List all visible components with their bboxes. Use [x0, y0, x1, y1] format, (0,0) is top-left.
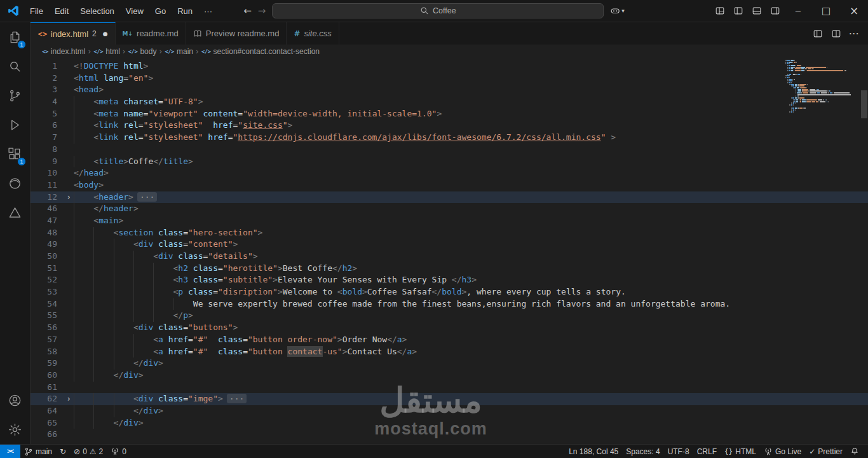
eol-indicator[interactable]: CRLF — [693, 445, 721, 458]
breadcrumb-item[interactable]: <>index.html — [42, 47, 86, 56]
code-line-49[interactable]: 49<div class="content"> — [31, 239, 868, 251]
breadcrumb-item[interactable]: </>body — [128, 47, 157, 56]
menu-edit[interactable]: Edit — [49, 0, 74, 22]
menu-view[interactable]: View — [120, 0, 149, 22]
toggle-panel-button[interactable] — [747, 0, 766, 22]
breadcrumb-label: body — [140, 47, 156, 56]
code-line-66[interactable]: 66 — [31, 429, 868, 441]
activity-run-debug[interactable] — [0, 110, 30, 139]
toggle-secondary-sidebar-button[interactable] — [766, 0, 784, 22]
close-button[interactable]: × — [840, 0, 868, 22]
customize-layout-button[interactable] — [710, 0, 729, 22]
minimize-button[interactable]: ─ — [784, 0, 812, 22]
cursor-position[interactable]: Ln 188, Col 45 — [565, 445, 622, 458]
status-left: >< main ↻ ⊘ 0 ⚠ 2 — [0, 445, 130, 458]
more-actions-button[interactable]: ··· — [846, 29, 863, 38]
fold-column — [64, 215, 74, 227]
code-line-61[interactable]: 61 — [31, 382, 868, 394]
branch-indicator[interactable]: main — [20, 445, 56, 458]
ports-indicator[interactable]: 0 — [107, 445, 130, 458]
code-line-47[interactable]: 47<main> — [31, 215, 868, 227]
back-button[interactable]: ← — [243, 5, 252, 17]
code-line-1[interactable]: 1<!DOCTYPE html> — [31, 60, 868, 73]
code-line-9[interactable]: 9<title>Coffe</title> — [31, 156, 868, 168]
tab-readme-md[interactable]: M↓ readme.md — [116, 22, 186, 45]
indent-guides — [74, 120, 93, 132]
code-line-8[interactable]: 8 — [31, 144, 868, 156]
code-line-51[interactable]: 51<h2 class="herotitle">Best Coffe</h2> — [31, 263, 868, 275]
encoding-indicator[interactable]: UTF-8 — [664, 445, 693, 458]
sync-button[interactable]: ↻ — [56, 445, 70, 458]
code-line-11[interactable]: 11<body> — [31, 179, 868, 191]
code-line-7[interactable]: 7<link rel="stylesheet" href="https://cd… — [31, 132, 868, 144]
menu-file[interactable]: File — [24, 0, 49, 22]
code-line-12[interactable]: 12›<header>··· — [31, 191, 868, 204]
code-line-5[interactable]: 5<meta name="viewport" content="width=de… — [31, 108, 868, 120]
copilot-button[interactable]: ▾ — [610, 6, 625, 16]
tab-index-html[interactable]: <> index.html 2 ● — [31, 22, 116, 45]
forward-button[interactable]: → — [258, 5, 266, 17]
breadcrumb-item[interactable]: </>section#contact.contact-section — [201, 47, 320, 56]
remote-indicator[interactable]: >< — [0, 445, 20, 458]
code-text: <body> — [74, 179, 868, 191]
scrollbar-thumb[interactable] — [861, 90, 867, 118]
code-line-2[interactable]: 2<html lang="en"> — [31, 73, 868, 85]
code-line-10[interactable]: 10</head> — [31, 167, 868, 179]
activity-extension-a[interactable] — [0, 169, 30, 198]
indentation-indicator[interactable]: Spaces: 4 — [622, 445, 663, 458]
code-area[interactable]: 1<!DOCTYPE html>2<html lang="en">3<head>… — [31, 59, 868, 444]
code-line-52[interactable]: 52<h3 class="subtitle">Elevate Your Sens… — [31, 274, 868, 286]
code-line-4[interactable]: 4<meta charset="UTF-8"> — [31, 96, 868, 108]
code-line-53[interactable]: 53<p class="disription">Welcome to <bold… — [31, 286, 868, 298]
accounts-button[interactable] — [0, 385, 30, 415]
language-mode[interactable]: {} HTML — [721, 445, 760, 458]
editor[interactable]: 1<!DOCTYPE html>2<html lang="en">3<head>… — [31, 59, 868, 444]
status-right: Ln 188, Col 45 Spaces: 4 UTF-8 CRLF {} H… — [565, 445, 868, 458]
source-control-icon — [8, 88, 22, 103]
code-line-64[interactable]: 64</div> — [31, 405, 868, 417]
code-line-62[interactable]: 62›<div class="imge">··· — [31, 393, 868, 405]
split-editor-button[interactable] — [827, 29, 844, 39]
code-line-60[interactable]: 60</div> — [31, 370, 868, 382]
code-line-65[interactable]: 65</div> — [31, 417, 868, 429]
tab-preview-readme[interactable]: Preview readme.md — [186, 22, 287, 45]
activity-search[interactable] — [0, 52, 30, 81]
fold-chevron-icon[interactable]: › — [64, 393, 74, 405]
code-line-3[interactable]: 3<head> — [31, 84, 868, 96]
command-center-search[interactable]: Coffee — [272, 3, 604, 18]
problems-indicator[interactable]: ⊘ 0 ⚠ 2 — [70, 445, 107, 458]
breadcrumb-item[interactable]: </>html — [93, 47, 119, 56]
dirty-indicator[interactable]: ● — [103, 31, 108, 37]
menu-go[interactable]: Go — [149, 0, 172, 22]
prettier-indicator[interactable]: ✓ Prettier — [805, 445, 846, 458]
code-line-46[interactable]: 46</header> — [31, 203, 868, 215]
activity-extension-b[interactable] — [0, 198, 30, 227]
code-line-50[interactable]: 50<div class="details"> — [31, 251, 868, 263]
notifications-button[interactable] — [846, 445, 863, 458]
fold-chevron-icon[interactable]: › — [64, 191, 74, 204]
go-live-button[interactable]: Go Live — [760, 445, 805, 458]
activity-source-control[interactable] — [0, 81, 30, 110]
line-number: 49 — [31, 239, 64, 251]
code-line-6[interactable]: 6<link rel="stylesheet" href="site.css"> — [31, 120, 868, 132]
breadcrumb-item[interactable]: </>main — [165, 47, 193, 56]
code-line-56[interactable]: 56<div class="buttons"> — [31, 322, 868, 334]
code-line-55[interactable]: 55</p> — [31, 310, 868, 322]
menu-run[interactable]: Run — [172, 0, 198, 22]
settings-button[interactable] — [0, 415, 30, 444]
code-line-54[interactable]: 54We serve expertly brewed coffee made f… — [31, 298, 868, 310]
code-line-59[interactable]: 59</div> — [31, 357, 868, 370]
open-changes-button[interactable] — [809, 29, 826, 39]
menu-selection[interactable]: Selection — [74, 0, 119, 22]
code-line-57[interactable]: 57<a href="#" class="button order-now">O… — [31, 334, 868, 346]
tab-site-css[interactable]: # site.css — [287, 22, 339, 45]
activity-extensions[interactable]: 1 — [0, 139, 30, 169]
activity-explorer[interactable]: 1 — [0, 22, 30, 52]
menu-more[interactable]: ··· — [198, 0, 218, 22]
minimap[interactable] — [785, 60, 859, 114]
toggle-sidebar-button[interactable] — [729, 0, 747, 22]
code-line-48[interactable]: 48<section class="hero-section"> — [31, 227, 868, 239]
tab-label: index.html — [51, 29, 88, 39]
maximize-button[interactable]: □ — [812, 0, 840, 22]
code-line-58[interactable]: 58<a href="#" class="button contact-us">… — [31, 346, 868, 358]
